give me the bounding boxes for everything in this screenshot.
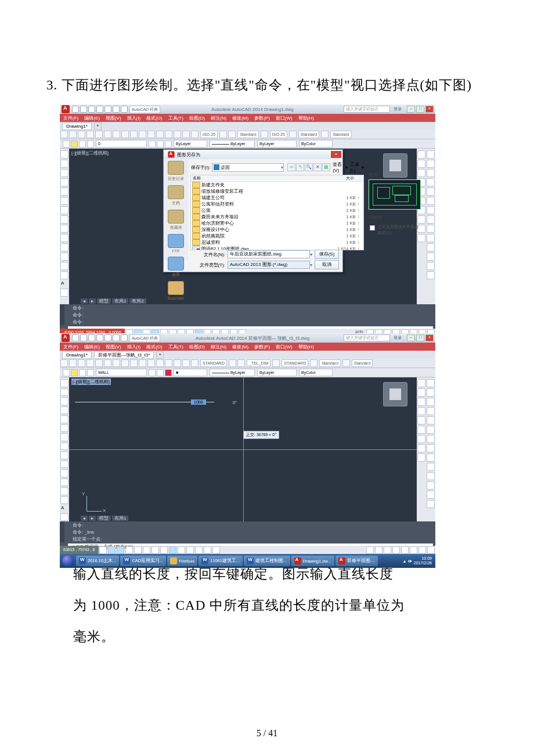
viewport-label[interactable]: [-][俯视][二维线框]: [71, 379, 111, 385]
quick-access-toolbar[interactable]: [71, 106, 128, 113]
layer-combo: 0: [96, 140, 147, 147]
layer-combo: WALL: [96, 369, 147, 376]
layout-tabs[interactable]: ◂▸模型布局1: [81, 515, 129, 521]
coordinates: 63015 , 75743 , 0: [60, 546, 99, 554]
properties-toolbar[interactable]: 0 ByLayer ByLayer ByLayer ByColor: [60, 139, 435, 149]
update-thumbnail-checkbox[interactable]: 立即更新图纸并查看缩略图(U): [369, 224, 421, 236]
window-controls[interactable]: –□×: [407, 334, 434, 341]
file-row[interactable]: 新建文件夹: [191, 182, 363, 188]
dialog-icon: [168, 151, 174, 157]
login-link[interactable]: 登录: [394, 335, 402, 341]
app-logo-icon: [62, 105, 70, 113]
document-tabs[interactable]: Drawing1* 装修平面图—张帆_t3_t3* +: [60, 351, 435, 359]
window-title: Autodesk AutoCAD 2014 Drawing1.dwg: [161, 107, 344, 112]
file-row[interactable]: 缩放城修缮安装工程: [191, 188, 363, 195]
file-row[interactable]: 公寓和信邦资料1 KB!: [191, 201, 363, 207]
ortho-tooltip: 正交: 36789 < 0°: [243, 431, 279, 439]
properties-toolbar[interactable]: WALL ■ ByLayer ByLayer ByColor: [60, 368, 435, 377]
filetype-combo[interactable]: AutoCAD 2013 图形 (*.dwg): [228, 261, 310, 269]
menu-bar[interactable]: 文件(F)编辑(E)视图(V)插入(I)格式(O)工具(T)绘图(D)标注(N)…: [60, 343, 435, 351]
file-row[interactable]: 森田未来方舟项目1 KB!: [191, 214, 363, 220]
screenshot-saveas: AutoCAD 经典 Autodesk AutoCAD 2014 Drawing…: [60, 105, 435, 330]
search-input[interactable]: 键入关键字或短语: [344, 334, 390, 341]
start-orb-icon[interactable]: [62, 555, 74, 567]
dialog-titlebar: 图形另存为 ×: [164, 150, 342, 159]
file-row[interactable]: 公寓2 KB!: [191, 207, 363, 214]
file-row[interactable]: 易然南苑院1 KB!: [191, 233, 363, 239]
file-list[interactable]: 名称大小 新建文件夹缩放城修缮安装工程城建五公司1 KB!公寓和信邦资料1 KB…: [190, 175, 364, 250]
login-link[interactable]: 登录: [394, 106, 402, 112]
system-tray[interactable]: ▴🕪 10:092017/2/28: [403, 556, 435, 566]
document-tabs[interactable]: Drawing1* +: [60, 122, 435, 130]
doc-tab[interactable]: Drawing1*: [62, 123, 92, 130]
taskbar[interactable]: 2016.10土木... CAD应用实习... Firefoxx 11061建筑…: [60, 554, 435, 568]
quick-access-toolbar[interactable]: [71, 334, 128, 342]
dialog-close-icon[interactable]: ×: [331, 151, 341, 158]
crosshair-v: [243, 377, 244, 521]
new-tab-icon[interactable]: +: [156, 351, 164, 359]
viewcube-icon[interactable]: [383, 382, 407, 406]
minimize-icon: –: [407, 106, 415, 113]
drawing-area[interactable]: A [-][俯视][二维线框] 1000 0° 正交: 36789 < 0° Y…: [60, 377, 435, 521]
search-input[interactable]: 键入关键字或短语: [344, 106, 390, 113]
close-icon: ×: [425, 106, 434, 113]
preview-label: 预览: [369, 172, 421, 178]
command-window[interactable]: 命令: 命令: _line 指定第一个点: ▸ LINE 指定下一点或 [放弃(…: [60, 521, 435, 546]
step-3-body: 下面进行图形绘制。选择"直线"命令，在"模型"视口选择点(如下图): [62, 78, 472, 92]
file-row[interactable]: 城建五公司1 KB!: [191, 195, 363, 201]
title-bar: AutoCAD 经典 Autodesk AutoCAD 2014 Drawing…: [60, 105, 435, 114]
drawing-area[interactable]: A [-][俯视][二维线框] ◂▸模型布局1布局2 图形另存为 × 历史记录: [60, 149, 435, 304]
file-row[interactable]: 深南设计中心1 KB!: [191, 226, 363, 233]
model-viewport[interactable]: [-][俯视][二维线框] 1000 0° 正交: 36789 < 0° Y X…: [69, 377, 417, 521]
preview-thumbnail: [369, 179, 421, 210]
step-3-text: 3. 下面进行图形绘制。选择"直线"命令，在"模型"视口选择点(如下图): [46, 72, 488, 99]
right-toolbar-2[interactable]: [417, 377, 426, 521]
doc-tab[interactable]: Drawing1*: [62, 351, 92, 359]
filename-input[interactable]: 年后豆说新家装图纸.dwg: [228, 250, 310, 258]
viewport-label[interactable]: [-][俯视][二维线框]: [71, 150, 109, 156]
dialog-nav-icons[interactable]: ⇦↰🔍✕▦: [287, 163, 330, 171]
workspace-combo[interactable]: AutoCAD 经典: [129, 334, 160, 342]
cancel-button[interactable]: 取消: [315, 260, 339, 269]
left-toolbar[interactable]: A: [60, 377, 69, 521]
command-window[interactable]: 命令: 命令: 命令: · _saveas: [60, 304, 435, 329]
workspace-combo[interactable]: AutoCAD 经典: [129, 106, 160, 113]
style-toolbar[interactable]: ISO-25 Standard ISO-25 Standard Standard: [60, 130, 435, 139]
step-number: 3.: [46, 78, 57, 92]
screenshot-line-command: AutoCAD 经典 Autodesk AutoCAD 2014 装修平面图— …: [60, 333, 435, 556]
model-viewport[interactable]: [-][俯视][二维线框] ◂▸模型布局1布局2 图形另存为 × 历史记录 文档: [69, 149, 417, 304]
style-toolbar[interactable]: STANDARD _TEL_DIM STANDARD Standard Stan…: [60, 359, 435, 368]
save-as-dialog: 图形另存为 × 历史记录 文档 收藏夹 FTP 桌面 Buzzsaw: [163, 149, 343, 272]
page-footer: 5 / 41: [0, 728, 534, 739]
app-logo-icon: [62, 334, 70, 342]
menu-bar[interactable]: 文件(F)编辑(E)视图(V)插入(I)格式(O)工具(T)绘图(D)标注(N)…: [60, 114, 435, 122]
window-controls[interactable]: –□×: [407, 106, 434, 113]
status-bar[interactable]: 63015 , 75743 , 0: [60, 546, 435, 554]
dynamic-input[interactable]: 1000: [191, 399, 206, 405]
new-tab-icon[interactable]: +: [94, 123, 102, 130]
maximize-icon: □: [416, 106, 424, 113]
para-after-b: 为 1000，注意：CAD 中所有直线的长度的计量单位为: [46, 592, 488, 619]
title-bar: AutoCAD 经典 Autodesk AutoCAD 2014 装修平面图— …: [60, 333, 435, 343]
save-in-combo[interactable]: 桌面▾: [212, 163, 284, 172]
save-in-label: 保存于(I):: [190, 164, 212, 171]
right-toolbar-1[interactable]: [426, 377, 435, 521]
save-button[interactable]: 保存(S): [315, 250, 339, 259]
window-title: Autodesk AutoCAD 2014 装修平面图— 张帆_t3_t3.dw…: [161, 335, 344, 341]
right-toolbar-1[interactable]: [426, 149, 435, 304]
places-bar[interactable]: 历史记录 文档 收藏夹 FTP 桌面 Buzzsaw: [164, 159, 188, 260]
left-toolbar[interactable]: A: [60, 149, 69, 304]
dialog-title: 图形另存为: [177, 152, 200, 158]
para-after-c: 毫米。: [46, 624, 488, 650]
file-row[interactable]: 哈尔滨财富中心1 KB!: [191, 220, 363, 226]
layout-tabs[interactable]: ◂▸模型布局1布局2: [81, 298, 147, 304]
doc-tab-active[interactable]: 装修平面图—张帆_t3_t3*: [94, 351, 154, 359]
file-row[interactable]: 思诚资料1 KB!: [191, 239, 363, 246]
angle-readout: 0°: [233, 401, 237, 405]
